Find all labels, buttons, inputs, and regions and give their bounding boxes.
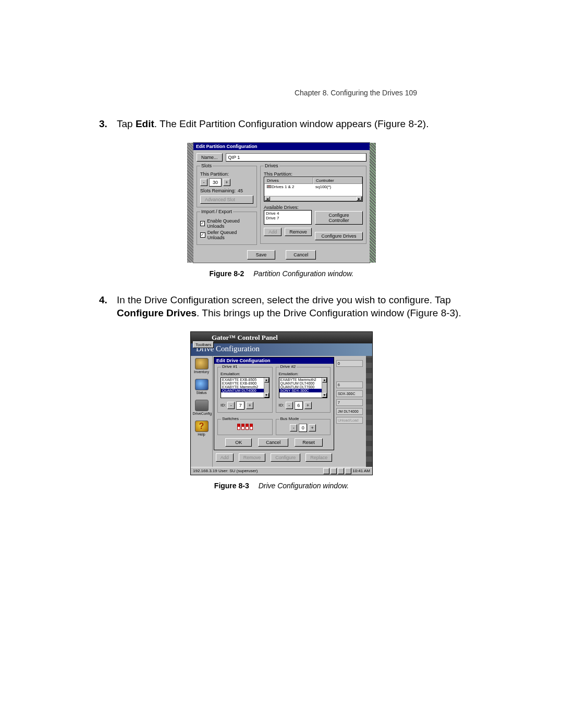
drive2-opt-0[interactable]: EXABYTE Mammoth2 [279, 378, 327, 381]
drive-2-group: Drive #2 Emulation: EXABYTE Mammoth2 QUA… [276, 367, 331, 413]
rear-chip-a: 0 [336, 360, 363, 367]
drives-row-controller[interactable]: sq100(*) [313, 184, 362, 190]
window-decor-left [187, 143, 193, 263]
scroll-down-icon[interactable]: ▼ [264, 393, 269, 398]
drive1-id-increment[interactable]: + [246, 402, 253, 409]
figure-8-2-title: Partition Configuration window. [253, 269, 353, 278]
drive-1-emulation-list[interactable]: EXABYTE EXB-8505 EXABYTE EXB-8900 EXABYT… [221, 377, 270, 398]
busmode-value[interactable]: 0 [299, 424, 307, 432]
scroll-up-icon[interactable]: ▲ [264, 378, 269, 382]
drive1-opt-3[interactable]: QUANTUM DLT4000 [221, 389, 269, 392]
step-4-bold: Configure Drives [117, 307, 197, 318]
sidebar-help-label: Help [193, 433, 211, 436]
configure-button[interactable]: Configure [271, 453, 300, 462]
drive2-opt-1[interactable]: QUANTUM DLT4000 [279, 381, 327, 385]
sidebar-drives-label: DriveConfig [193, 412, 211, 415]
rear-chip-e: JM DLT4000 [336, 408, 363, 415]
configure-controller-button[interactable]: Configure Controller [315, 211, 363, 225]
figure-8-2-label: Figure 8-2 [209, 269, 244, 278]
available-drive-2[interactable]: Drive 7 [266, 216, 310, 220]
scroll-down-icon[interactable]: ▼ [322, 393, 327, 398]
drive1-opt-1[interactable]: EXABYTE EXB-8900 [221, 381, 269, 385]
drive-1-legend: Drive #1 [221, 364, 239, 369]
drive1-opt-2[interactable]: EXABYTE Mammoth2 [221, 385, 269, 389]
defer-queued-unloads-checkbox[interactable]: ✓Defer Queued Unloads [200, 230, 253, 240]
sidebar-item-help[interactable]: ? Help [193, 421, 211, 436]
sidebar-status-label: Status [193, 391, 211, 394]
drive1-id-decrement[interactable]: - [227, 402, 235, 409]
configure-drives-button[interactable]: Configure Drives [315, 232, 363, 240]
drive-2-emulation-list[interactable]: EXABYTE Mammoth2 QUANTUM DLT4000 QUANTUM… [279, 377, 328, 398]
sidebar: Inventory Status DriveConfig ? Help [191, 356, 213, 467]
slots-remaining-value: 45 [238, 188, 243, 193]
busmode-decrement[interactable]: - [290, 424, 297, 431]
name-field[interactable]: QIP 1 [226, 153, 366, 162]
ok-button[interactable]: OK [225, 438, 252, 447]
scroll-up-icon[interactable]: ▲ [322, 378, 327, 382]
sidebar-inventory-label: Inventory [193, 370, 211, 374]
drive2-id-decrement[interactable]: - [286, 402, 293, 409]
drive1-opt-0[interactable]: EXABYTE EXB-8505 [221, 378, 269, 381]
drive-1-group: Drive #1 Emulation: EXABYTE EXB-8505 EXA… [217, 367, 273, 413]
slots-increment[interactable]: + [223, 179, 230, 186]
scroll-right-icon[interactable]: ► [357, 196, 362, 201]
status-bar: 192.168.3.19 User: SU (superuser) 10:41 … [191, 467, 372, 475]
slots-decrement[interactable]: - [200, 179, 207, 186]
drive2-id-value[interactable]: 6 [295, 401, 303, 410]
busmode-increment[interactable]: + [309, 424, 316, 431]
drives-row-drives[interactable]: 📼Drives 1 & 2 [264, 184, 313, 190]
drive2-opt-3[interactable]: SONY SDX-300C [279, 389, 327, 392]
remove-button-2[interactable]: Remove [239, 453, 266, 462]
drives-table[interactable]: Drives Controller 📼Drives 1 & 2 sq100(*) [264, 177, 363, 202]
drives-table-scrollbar[interactable]: ◄ ► [264, 196, 362, 201]
tray-icon-4[interactable] [345, 468, 351, 474]
step-4-post: . This brings up the Drive Configuration… [197, 307, 461, 318]
sidebar-item-inventory[interactable]: Inventory [193, 358, 211, 374]
step-3-pre: Tap [117, 118, 136, 129]
drive2-id-increment[interactable]: + [304, 402, 312, 409]
sidebar-item-drives[interactable]: DriveConfig [193, 400, 211, 415]
help-icon: ? [195, 421, 209, 432]
figure-8-3-label: Figure 8-3 [214, 482, 249, 490]
advanced-slot-button[interactable]: Advanced Slot [200, 195, 253, 204]
reset-button[interactable]: Reset [295, 438, 323, 447]
toolbars-tab[interactable]: Toolbars [193, 341, 214, 348]
remove-drive-button[interactable]: Remove [285, 228, 312, 236]
cancel-button[interactable]: Cancel [286, 250, 316, 260]
available-drives-list[interactable]: Drive 4 Drive 7 [264, 210, 312, 225]
drive2-opt-2[interactable]: QUANTUM DLT7000 [279, 385, 327, 389]
drive2-scrollbar[interactable]: ▲ ▼ [322, 378, 327, 398]
dip-switches[interactable] [221, 424, 270, 431]
add-drive-button[interactable]: Add [264, 228, 282, 236]
tray-icon-2[interactable] [331, 468, 337, 474]
sidebar-item-status[interactable]: Status [193, 379, 211, 394]
tray-icon-3[interactable] [338, 468, 344, 474]
edit-drive-config-title: Edit Drive Configuration [214, 357, 334, 364]
drives-this-partition-label: This Partition: [264, 171, 363, 177]
drive1-id-value[interactable]: 7 [236, 401, 244, 410]
right-gutter-decor [366, 356, 372, 467]
replace-button[interactable]: Replace [305, 453, 332, 462]
step-4-number: 4. [99, 293, 117, 320]
step-3-bold: Edit [136, 118, 154, 129]
available-drive-1[interactable]: Drive 4 [266, 211, 310, 216]
save-button[interactable]: Save [247, 250, 276, 260]
rear-chip-d: 7 [336, 399, 363, 406]
status-left: 192.168.3.19 User: SU (superuser) [193, 468, 258, 473]
tray-icon-1[interactable] [323, 468, 329, 474]
scroll-left-icon[interactable]: ◄ [265, 196, 270, 201]
step-4-text: In the Drive Configuration screen, selec… [117, 293, 464, 320]
import-export-group: Import / Export ✓Enable Queued Unloads ✓… [197, 212, 257, 245]
switches-group: Switches [217, 419, 273, 435]
drive-2-emulation-label: Emulation: [279, 372, 328, 376]
window-title: Edit Partition Configuration [193, 143, 370, 150]
name-button[interactable]: Name... [197, 153, 223, 162]
add-button-2[interactable]: Add [216, 453, 234, 462]
defer-queued-unloads-label: Defer Queued Unloads [207, 230, 253, 240]
window-decor-right [370, 143, 376, 263]
drive1-scrollbar[interactable]: ▲ ▼ [264, 378, 269, 398]
enable-queued-unloads-label: Enable Queued Unloads [207, 218, 253, 229]
slots-value[interactable]: 30 [209, 178, 222, 187]
enable-queued-unloads-checkbox[interactable]: ✓Enable Queued Unloads [200, 218, 253, 229]
cancel-button-2[interactable]: Cancel [258, 438, 288, 447]
